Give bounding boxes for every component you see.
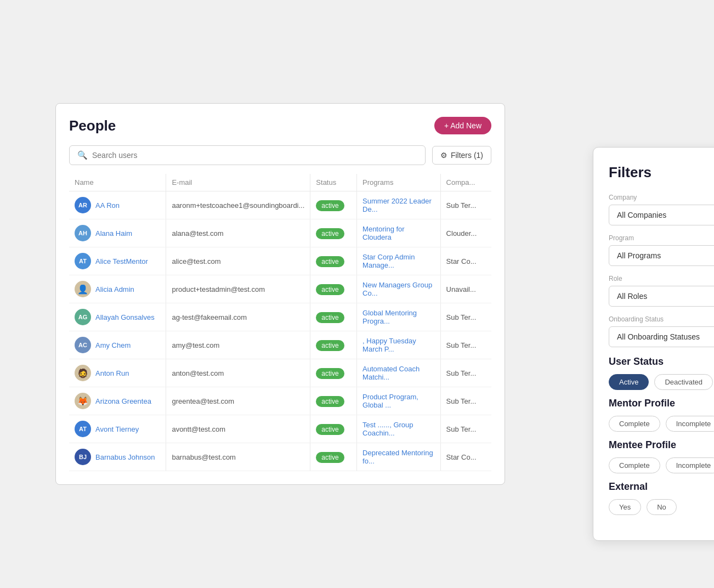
external-no-btn[interactable]: No: [647, 499, 677, 515]
external-section: External Yes No: [609, 481, 714, 515]
company-cell: Sub Ter...: [440, 387, 491, 415]
name-cell: ARAA Ron: [69, 191, 166, 219]
person-name-link[interactable]: Allayah Gonsalves: [95, 313, 155, 321]
program-link[interactable]: Global Mentoring Progra...: [362, 309, 417, 325]
avatar: 🦊: [75, 393, 91, 409]
program-link[interactable]: Deprecated Mentoring fo...: [362, 449, 433, 465]
filters-button[interactable]: ⚙ Filters (1): [432, 146, 491, 165]
program-select[interactable]: All Programs: [609, 245, 714, 266]
program-link[interactable]: Test ......, Group Coachin...: [362, 421, 413, 437]
col-header-status: Status: [310, 174, 357, 191]
person-name-link[interactable]: Amy Chem: [95, 341, 131, 349]
people-table: Name E-mail Status Programs Compa... ARA…: [69, 174, 491, 471]
user-status-section: User Status Active Deactivated: [609, 356, 714, 390]
email-cell: alice@test.com: [166, 247, 310, 275]
name-cell: ACAmy Chem: [69, 331, 166, 359]
company-filter-label: Company: [609, 194, 714, 201]
status-badge: active: [316, 424, 344, 435]
mentee-complete-btn[interactable]: Complete: [609, 457, 660, 473]
program-link[interactable]: Mentoring for Cloudera: [362, 225, 405, 241]
role-select-wrapper: All Roles ▼: [609, 286, 714, 307]
program-filter-group: Program All Programs ▼: [609, 234, 714, 266]
name-cell: ATAvont Tierney: [69, 415, 166, 443]
program-link[interactable]: New Managers Group Co...: [362, 281, 432, 297]
company-cell: Clouder...: [440, 219, 491, 247]
person-name-link[interactable]: AA Ron: [95, 201, 120, 210]
avatar: AH: [75, 225, 91, 241]
person-name-link[interactable]: Anton Run: [95, 369, 129, 377]
name-cell: 🧔Anton Run: [69, 359, 166, 387]
role-select[interactable]: All Roles: [609, 286, 714, 307]
person-name-link[interactable]: Avont Tierney: [95, 425, 139, 433]
name-cell: 👤Alicia Admin: [69, 275, 166, 303]
program-link[interactable]: Automated Coach Matchi...: [362, 365, 420, 381]
person-name-link[interactable]: Arizona Greentea: [95, 397, 151, 405]
person-name-link[interactable]: Alice TestMentor: [95, 257, 148, 265]
avatar: AT: [75, 253, 91, 269]
role-filter-label: Role: [609, 275, 714, 282]
person-name-link[interactable]: Alana Haim: [95, 229, 132, 238]
mentor-profile-section: Mentor Profile Complete Incomplete: [609, 398, 714, 432]
status-cell: active: [310, 275, 357, 303]
table-row: AHAlana Haimalana@test.comactiveMentorin…: [69, 219, 491, 247]
programs-cell: Deprecated Mentoring fo...: [357, 443, 441, 471]
status-cell: active: [310, 387, 357, 415]
status-badge: active: [316, 452, 344, 463]
status-cell: active: [310, 331, 357, 359]
status-cell: active: [310, 303, 357, 331]
page-wrapper: People + Add New 🔍 ⚙ Filters (1) Name E-…: [55, 103, 659, 485]
user-status-deactivated-btn[interactable]: Deactivated: [654, 374, 713, 390]
table-row: ATAlice TestMentoralice@test.comactiveSt…: [69, 247, 491, 275]
company-select-wrapper: All Companies ▼: [609, 205, 714, 225]
external-yes-btn[interactable]: Yes: [609, 499, 641, 515]
email-cell: anton@test.com: [166, 359, 310, 387]
name-cell: AHAlana Haim: [69, 219, 166, 247]
onboarding-select[interactable]: All Onboarding Statuses: [609, 326, 714, 347]
status-cell: active: [310, 443, 357, 471]
external-toggle-group: Yes No: [609, 499, 714, 515]
page-title: People: [69, 117, 116, 134]
filters-title: Filters: [609, 164, 651, 181]
avatar: 👤: [75, 281, 91, 297]
table-row: 🧔Anton Runanton@test.comactiveAutomated …: [69, 359, 491, 387]
mentee-incomplete-btn[interactable]: Incomplete: [666, 457, 714, 473]
company-cell: Sub Ter...: [440, 331, 491, 359]
search-input[interactable]: [92, 151, 417, 160]
filters-header: Filters ×: [609, 163, 714, 182]
programs-cell: Global Mentoring Progra...: [357, 303, 441, 331]
status-cell: active: [310, 415, 357, 443]
company-cell: Star Co...: [440, 247, 491, 275]
add-new-button[interactable]: + Add New: [434, 117, 491, 134]
email-cell: aaronm+testcoachee1@soundingboardi...: [166, 191, 310, 219]
role-filter-group: Role All Roles ▼: [609, 275, 714, 307]
program-link[interactable]: Summer 2022 Leader De...: [362, 197, 432, 213]
mentee-profile-toggle-group: Complete Incomplete: [609, 457, 714, 473]
person-name-link[interactable]: Barnabus Johnson: [95, 453, 155, 461]
programs-cell: Automated Coach Matchi...: [357, 359, 441, 387]
programs-cell: Product Program, Global ...: [357, 387, 441, 415]
program-link[interactable]: Star Corp Admin Manage...: [362, 253, 415, 269]
program-select-wrapper: All Programs ▼: [609, 245, 714, 266]
status-badge: active: [316, 368, 344, 379]
onboarding-select-wrapper: All Onboarding Statuses ▼: [609, 326, 714, 347]
email-cell: avontt@test.com: [166, 415, 310, 443]
name-cell: ATAlice TestMentor: [69, 247, 166, 275]
company-select[interactable]: All Companies: [609, 205, 714, 225]
onboarding-filter-label: Onboarding Status: [609, 315, 714, 323]
avatar: AT: [75, 421, 91, 437]
email-cell: amy@test.com: [166, 331, 310, 359]
header-row: People + Add New: [69, 117, 491, 134]
onboarding-filter-group: Onboarding Status All Onboarding Statuse…: [609, 315, 714, 347]
filters-label: Filters (1): [451, 151, 483, 160]
program-link[interactable]: , Happy Tuesday March P...: [362, 337, 416, 353]
user-status-active-btn[interactable]: Active: [609, 374, 649, 390]
mentor-incomplete-btn[interactable]: Incomplete: [666, 416, 714, 432]
email-cell: ag-test@fakeemail.com: [166, 303, 310, 331]
person-name-link[interactable]: Alicia Admin: [95, 285, 134, 293]
table-row: ARAA Ronaaronm+testcoachee1@soundingboar…: [69, 191, 491, 219]
external-title: External: [609, 481, 714, 493]
main-panel: People + Add New 🔍 ⚙ Filters (1) Name E-…: [55, 103, 505, 485]
company-cell: Sub Ter...: [440, 415, 491, 443]
mentor-complete-btn[interactable]: Complete: [609, 416, 660, 432]
program-link[interactable]: Product Program, Global ...: [362, 393, 418, 409]
